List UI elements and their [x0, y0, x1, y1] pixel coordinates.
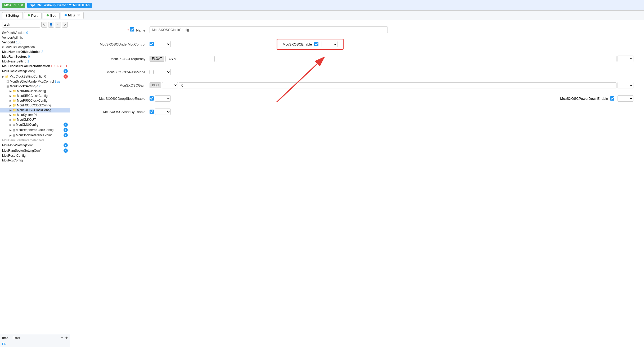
standby-dropdown[interactable] [155, 109, 171, 115]
sxosc-enable-dropdown[interactable] [322, 41, 337, 47]
sxosc-enable-checkbox[interactable] [314, 42, 318, 46]
powerdown-dropdown[interactable] [618, 95, 633, 102]
mcal-badge: MCAL 1_0_0 [2, 3, 25, 8]
powerdown-container: McuSXOSCPowerDownEnable [560, 95, 633, 102]
user-icon[interactable]: 👤 [48, 22, 54, 28]
gain-type-tag: DEC [150, 82, 161, 88]
tab-port-label: Port [31, 13, 38, 17]
main-layout: ↻ 👤 ← ↗ SwPatchVersion 0 VendorApiInfix … [0, 20, 644, 347]
tab-port-dot [28, 14, 30, 16]
sidebar-lang: EN [0, 341, 70, 347]
list-item[interactable]: ▦ McuClockSettingId 0 [0, 84, 70, 89]
tab-mcu-dot [65, 14, 67, 16]
error-tab[interactable]: Error [13, 336, 20, 340]
name-row: * Name [81, 25, 633, 34]
sxosc-enable-label: McuSXOSCEnable [283, 42, 312, 46]
bypass-dropdown[interactable] [155, 69, 171, 75]
field-row-deepsleep: McuSXOSCDeepSleepEnable McuSXOSCPowerDow… [81, 94, 633, 103]
field-label-under-mcu: McuSXOSCUnderMcuControl [81, 42, 150, 46]
sidebar: ↻ 👤 ← ↗ SwPatchVersion 0 VendorApiInfix … [0, 20, 70, 347]
list-item-selected[interactable]: ▶ 📁 McuSXOSCClockConfig [0, 108, 70, 112]
field-row-frequency: McuSXOSCFrequency FLOAT [81, 55, 633, 63]
field-label-deepsleep: McuSXOSCDeepSleepEnable [81, 97, 150, 101]
list-item[interactable]: VendorId 180 [0, 40, 70, 45]
gain-value-input[interactable] [179, 82, 616, 88]
list-item[interactable]: McuClockSettingConfig + [0, 69, 70, 74]
powerdown-label: McuSXOSCPowerDownEnable [560, 97, 608, 101]
field-row-1: McuSXOSCUnderMcuControl McuSXOSCEnable [81, 39, 633, 50]
list-item[interactable]: McuResetConfig [0, 153, 70, 158]
list-item[interactable]: ▶ 📁 McuCLKOUT [0, 117, 70, 122]
content-area: * Name McuSXOSCUnderMcuControl McuSXOSCE… [70, 20, 644, 347]
powerdown-checkbox[interactable] [610, 96, 614, 101]
list-item[interactable]: ▶ 📁 McuSIRCClockConfig [0, 93, 70, 98]
under-mcu-dropdown[interactable] [155, 41, 171, 47]
name-field-label: * Name [81, 27, 150, 32]
list-item[interactable]: ▶ ▦ McuCMUConfig + [0, 122, 70, 127]
tab-gpt-dot [47, 14, 49, 16]
list-item[interactable]: ▶ 📁 McuFIRCClockConfig [0, 98, 70, 103]
gain-dec-dropdown[interactable] [162, 82, 178, 88]
field-row-bypass: McuSXOSCByPassMode [81, 68, 633, 76]
field-row-standby: McuSXOSCStandByEnable [81, 107, 633, 116]
name-input[interactable] [150, 26, 388, 33]
tab-mcu-close[interactable]: ✕ [77, 13, 80, 17]
list-item[interactable]: ☑ McuSysClockUnderMcuControl true [0, 79, 70, 84]
share-icon[interactable]: ↗ [62, 22, 68, 28]
list-item[interactable]: McuNumberOfMcuModes 3 [0, 49, 70, 54]
tab-gpt-label: Gpt [50, 13, 56, 17]
list-item: McuDemEventParameterRefs [0, 138, 70, 143]
highlight-box: McuSXOSCEnable [277, 39, 344, 50]
list-item[interactable]: McuResetSetting 1 [0, 59, 70, 64]
list-item[interactable]: ▶ 📁 McuSystemPll [0, 112, 70, 117]
list-item[interactable]: McuModeSettingConf + [0, 143, 70, 148]
tab-port[interactable]: Port [24, 12, 42, 19]
list-item[interactable]: VendorApiInfix [0, 35, 70, 40]
sidebar-bottom: Info Error − + [0, 334, 70, 341]
plus-icon[interactable]: + [65, 335, 68, 340]
deepsleep-checkbox[interactable] [150, 96, 154, 101]
list-item[interactable]: cuModuleConfiguration [0, 45, 70, 49]
tab-setting-label: t Setting [6, 13, 19, 17]
tab-mcu-label: Mcu [68, 13, 75, 17]
field-label-bypass: McuSXOSCByPassMode [81, 70, 150, 74]
field-label-gain: McuSXOSCGain [81, 83, 150, 87]
bypass-checkbox[interactable] [150, 70, 154, 74]
tab-setting[interactable]: t Setting [2, 12, 23, 19]
freq-end-dropdown[interactable] [618, 56, 633, 62]
sidebar-search-bar: ↻ 👤 ← ↗ [0, 20, 70, 29]
project-badge: Gpt_Rtc_Wakeup_Demo : YTM32B1HA0 [27, 3, 92, 8]
list-item[interactable]: ▶ 📁 McuFXOSCClockConfig [0, 103, 70, 108]
sidebar-tree: SwPatchVersion 0 VendorApiInfix VendorId… [0, 29, 70, 334]
tabs-bar: t Setting Port Gpt Mcu ✕ [0, 11, 644, 20]
name-checkbox[interactable] [130, 27, 134, 31]
under-mcu-checkbox[interactable] [150, 42, 154, 46]
list-item[interactable]: SwPatchVersion 0 [0, 30, 70, 35]
minus-icon[interactable]: − [61, 335, 63, 340]
back-icon[interactable]: ← [55, 22, 61, 28]
list-item[interactable]: McuClockSrcFailureNotification DISABLED [0, 64, 70, 69]
refresh-icon[interactable]: ↻ [41, 22, 47, 28]
standby-checkbox[interactable] [150, 110, 154, 114]
list-item[interactable]: ▶ 📁 McuRunClockConfig [0, 89, 70, 93]
list-item[interactable]: McuPcuConfig [0, 158, 70, 163]
required-star: * [128, 28, 129, 32]
freq-value-input[interactable] [165, 56, 215, 62]
list-item[interactable]: McuRamSectors 0 [0, 54, 70, 59]
list-item[interactable]: ▶ ▦ McuPeripheralClockConfig + [0, 127, 70, 133]
tab-mcu[interactable]: Mcu ✕ [61, 12, 84, 19]
deepsleep-dropdown[interactable] [155, 95, 171, 102]
sidebar-bottom-actions: − + [61, 335, 68, 340]
list-item[interactable]: McuRamSectorSettingConf + [0, 148, 70, 153]
name-label: Name [136, 28, 145, 32]
list-item[interactable]: ▶ 📁 McuClockSettingConfig_0 − [0, 74, 70, 79]
list-item[interactable]: ▶ ▦ McuClockReferencePoint + [0, 133, 70, 138]
tab-gpt[interactable]: Gpt [43, 12, 60, 19]
info-tab[interactable]: Info [2, 336, 8, 340]
freq-long-input[interactable] [216, 56, 616, 62]
freq-type-tag: FLOAT [150, 56, 164, 62]
gain-end-dropdown[interactable] [618, 82, 633, 88]
search-input[interactable] [2, 22, 40, 28]
content-wrapper: * Name McuSXOSCUnderMcuControl McuSXOSCE… [81, 25, 633, 116]
field-label-standby: McuSXOSCStandByEnable [81, 110, 150, 114]
